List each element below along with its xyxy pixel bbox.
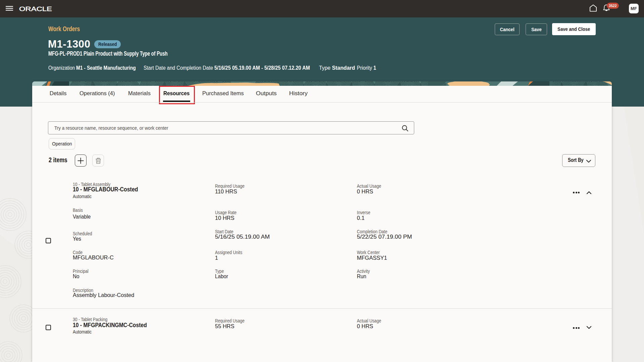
svg-text:ORACLE: ORACLE xyxy=(19,5,52,12)
